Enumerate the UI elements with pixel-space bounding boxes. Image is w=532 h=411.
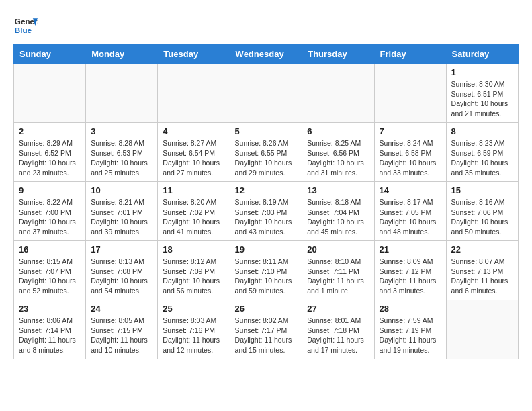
- day-number: 25: [163, 304, 224, 314]
- day-info: Sunrise: 8:03 AM Sunset: 7:16 PM Dayligh…: [163, 316, 224, 355]
- calendar-cell: [230, 64, 302, 123]
- day-info: Sunrise: 8:09 AM Sunset: 7:12 PM Dayligh…: [380, 257, 441, 296]
- calendar-cell: 6Sunrise: 8:25 AM Sunset: 6:56 PM Daylig…: [302, 123, 374, 182]
- calendar-cell: [14, 64, 86, 123]
- day-info: Sunrise: 8:26 AM Sunset: 6:55 PM Dayligh…: [235, 138, 298, 178]
- day-number: 5: [235, 126, 298, 136]
- day-number: 12: [235, 185, 298, 195]
- calendar-cell: 18Sunrise: 8:12 AM Sunset: 7:09 PM Dayli…: [158, 241, 230, 300]
- calendar-cell: 15Sunrise: 8:16 AM Sunset: 7:06 PM Dayli…: [446, 182, 518, 241]
- week-row-3: 9Sunrise: 8:22 AM Sunset: 7:00 PM Daylig…: [14, 182, 519, 241]
- calendar-cell: 24Sunrise: 8:05 AM Sunset: 7:15 PM Dayli…: [86, 300, 158, 359]
- week-row-5: 23Sunrise: 8:06 AM Sunset: 7:14 PM Dayli…: [14, 300, 519, 359]
- calendar-table: SundayMondayTuesdayWednesdayThursdayFrid…: [13, 44, 519, 359]
- day-info: Sunrise: 8:10 AM Sunset: 7:11 PM Dayligh…: [307, 257, 369, 296]
- day-info: Sunrise: 8:22 AM Sunset: 7:00 PM Dayligh…: [19, 197, 81, 237]
- calendar-cell: 20Sunrise: 8:10 AM Sunset: 7:11 PM Dayli…: [302, 241, 374, 300]
- day-info: Sunrise: 8:21 AM Sunset: 7:01 PM Dayligh…: [91, 197, 152, 237]
- day-info: Sunrise: 8:18 AM Sunset: 7:04 PM Dayligh…: [307, 197, 369, 237]
- day-info: Sunrise: 8:01 AM Sunset: 7:18 PM Dayligh…: [307, 316, 369, 355]
- calendar-cell: 17Sunrise: 8:13 AM Sunset: 7:08 PM Dayli…: [86, 241, 158, 300]
- day-info: Sunrise: 8:12 AM Sunset: 7:09 PM Dayligh…: [163, 257, 224, 296]
- calendar-cell: 1Sunrise: 8:30 AM Sunset: 6:51 PM Daylig…: [446, 64, 518, 123]
- logo-icon: General Blue: [13, 13, 38, 38]
- calendar-cell: 21Sunrise: 8:09 AM Sunset: 7:12 PM Dayli…: [374, 241, 446, 300]
- day-info: Sunrise: 8:11 AM Sunset: 7:10 PM Dayligh…: [235, 257, 298, 296]
- day-info: Sunrise: 8:06 AM Sunset: 7:14 PM Dayligh…: [19, 316, 81, 355]
- day-number: 16: [19, 244, 81, 255]
- day-info: Sunrise: 8:13 AM Sunset: 7:08 PM Dayligh…: [91, 257, 152, 296]
- week-row-4: 16Sunrise: 8:15 AM Sunset: 7:07 PM Dayli…: [14, 241, 519, 300]
- calendar-cell: 10Sunrise: 8:21 AM Sunset: 7:01 PM Dayli…: [86, 182, 158, 241]
- svg-text:Blue: Blue: [15, 26, 32, 34]
- calendar-cell: 19Sunrise: 8:11 AM Sunset: 7:10 PM Dayli…: [230, 241, 302, 300]
- day-number: 26: [235, 304, 298, 314]
- day-number: 2: [19, 126, 81, 136]
- calendar-cell: 27Sunrise: 8:01 AM Sunset: 7:18 PM Dayli…: [302, 300, 374, 359]
- day-info: Sunrise: 8:28 AM Sunset: 6:53 PM Dayligh…: [91, 138, 152, 178]
- day-info: Sunrise: 8:02 AM Sunset: 7:17 PM Dayligh…: [235, 316, 298, 355]
- day-number: 19: [235, 244, 298, 255]
- calendar-cell: [374, 64, 446, 123]
- day-number: 14: [380, 185, 441, 195]
- calendar-cell: 9Sunrise: 8:22 AM Sunset: 7:00 PM Daylig…: [14, 182, 86, 241]
- day-info: Sunrise: 8:30 AM Sunset: 6:51 PM Dayligh…: [451, 79, 513, 119]
- day-info: Sunrise: 8:17 AM Sunset: 7:05 PM Dayligh…: [380, 197, 441, 237]
- weekday-header-friday: Friday: [374, 45, 446, 64]
- page-header: General Blue: [13, 13, 519, 38]
- calendar-cell: 2Sunrise: 8:29 AM Sunset: 6:52 PM Daylig…: [14, 123, 86, 182]
- calendar-cell: 14Sunrise: 8:17 AM Sunset: 7:05 PM Dayli…: [374, 182, 446, 241]
- day-info: Sunrise: 8:19 AM Sunset: 7:03 PM Dayligh…: [235, 197, 298, 237]
- day-number: 22: [451, 244, 513, 255]
- calendar-cell: [302, 64, 374, 123]
- logo: General Blue: [13, 13, 38, 38]
- weekday-header-wednesday: Wednesday: [230, 45, 302, 64]
- day-number: 27: [307, 304, 369, 314]
- calendar-cell: [86, 64, 158, 123]
- weekday-header-thursday: Thursday: [302, 45, 374, 64]
- day-info: Sunrise: 8:05 AM Sunset: 7:15 PM Dayligh…: [91, 316, 152, 355]
- day-number: 11: [163, 185, 224, 195]
- day-number: 15: [451, 185, 513, 195]
- day-number: 13: [307, 185, 369, 195]
- day-number: 8: [451, 126, 513, 136]
- calendar-cell: [446, 300, 518, 359]
- calendar-cell: 12Sunrise: 8:19 AM Sunset: 7:03 PM Dayli…: [230, 182, 302, 241]
- calendar-cell: 7Sunrise: 8:24 AM Sunset: 6:58 PM Daylig…: [374, 123, 446, 182]
- weekday-header-monday: Monday: [86, 45, 158, 64]
- calendar-cell: 23Sunrise: 8:06 AM Sunset: 7:14 PM Dayli…: [14, 300, 86, 359]
- weekday-header-sunday: Sunday: [14, 45, 86, 64]
- day-number: 20: [307, 244, 369, 255]
- calendar-cell: 11Sunrise: 8:20 AM Sunset: 7:02 PM Dayli…: [158, 182, 230, 241]
- weekday-header-tuesday: Tuesday: [158, 45, 230, 64]
- calendar-cell: 5Sunrise: 8:26 AM Sunset: 6:55 PM Daylig…: [230, 123, 302, 182]
- calendar-cell: 4Sunrise: 8:27 AM Sunset: 6:54 PM Daylig…: [158, 123, 230, 182]
- calendar-cell: 16Sunrise: 8:15 AM Sunset: 7:07 PM Dayli…: [14, 241, 86, 300]
- day-number: 7: [380, 126, 441, 136]
- day-info: Sunrise: 8:29 AM Sunset: 6:52 PM Dayligh…: [19, 138, 81, 178]
- day-info: Sunrise: 8:25 AM Sunset: 6:56 PM Dayligh…: [307, 138, 369, 178]
- weekday-header-saturday: Saturday: [446, 45, 518, 64]
- day-info: Sunrise: 8:27 AM Sunset: 6:54 PM Dayligh…: [163, 138, 224, 178]
- weekday-header-row: SundayMondayTuesdayWednesdayThursdayFrid…: [14, 45, 519, 64]
- calendar-cell: 8Sunrise: 8:23 AM Sunset: 6:59 PM Daylig…: [446, 123, 518, 182]
- week-row-2: 2Sunrise: 8:29 AM Sunset: 6:52 PM Daylig…: [14, 123, 519, 182]
- calendar-cell: 3Sunrise: 8:28 AM Sunset: 6:53 PM Daylig…: [86, 123, 158, 182]
- day-info: Sunrise: 8:20 AM Sunset: 7:02 PM Dayligh…: [163, 197, 224, 237]
- day-number: 1: [451, 67, 513, 77]
- day-number: 23: [19, 304, 81, 314]
- day-number: 21: [380, 244, 441, 255]
- calendar-cell: [158, 64, 230, 123]
- day-number: 28: [380, 304, 441, 314]
- day-info: Sunrise: 8:23 AM Sunset: 6:59 PM Dayligh…: [451, 138, 513, 178]
- day-number: 6: [307, 126, 369, 136]
- day-number: 3: [91, 126, 152, 136]
- day-info: Sunrise: 8:07 AM Sunset: 7:13 PM Dayligh…: [451, 257, 513, 296]
- day-number: 24: [91, 304, 152, 314]
- day-number: 18: [163, 244, 224, 255]
- day-info: Sunrise: 8:15 AM Sunset: 7:07 PM Dayligh…: [19, 257, 81, 296]
- day-number: 10: [91, 185, 152, 195]
- day-number: 17: [91, 244, 152, 255]
- day-info: Sunrise: 8:16 AM Sunset: 7:06 PM Dayligh…: [451, 197, 513, 237]
- day-number: 4: [163, 126, 224, 136]
